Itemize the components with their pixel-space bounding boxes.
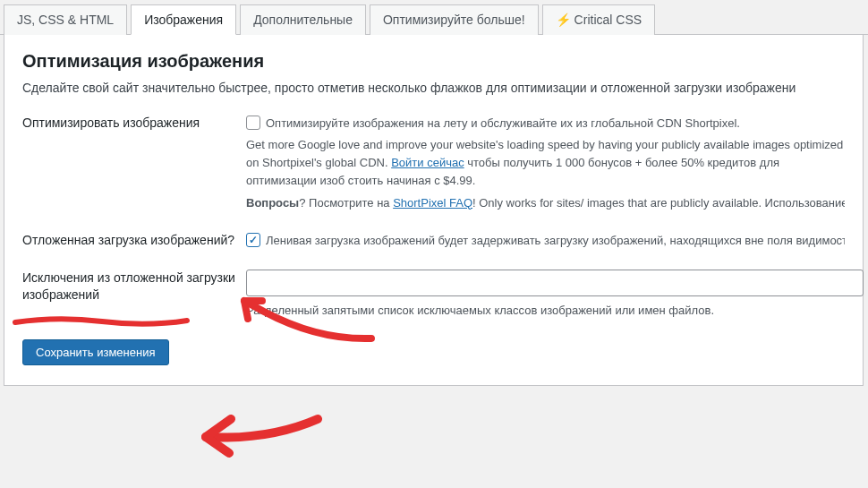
tabs: JS, CSS & HTML Изображения Дополнительны… [0,0,868,35]
exclude-input[interactable] [246,270,864,296]
row-optimize: Оптимизировать изображения Оптимизируйте… [22,115,845,212]
save-button[interactable]: Сохранить изменения [22,339,169,365]
lazy-checkbox[interactable] [246,233,260,247]
annotation-arrow-button [179,403,322,466]
field-optimize: Оптимизируйте изображения на лету и обсл… [246,115,845,212]
questions-after: ! Only works for sites/ images that are … [472,196,845,210]
questions-text: ? Посмотрите на [299,196,393,210]
exclude-help: Разделенный запятыми список исключаемых … [246,302,845,320]
row-lazy: Отложенная загрузка изображений? Ленивая… [22,232,845,250]
label-optimize: Оптимизировать изображения [22,115,246,212]
label-lazy: Отложенная загрузка изображений? [22,232,246,250]
lazy-checkbox-label: Ленивая загрузка изображений будет задер… [266,232,845,250]
save-button-label: Сохранить изменения [36,346,156,359]
lightning-icon: ⚡ [556,13,571,27]
settings-panel: Оптимизация изображения Сделайте свой са… [4,35,864,386]
questions-label: Вопросы [246,196,299,210]
tab-label: Critical CSS [574,13,642,27]
label-exclude: Исключения из отложенной загрузки изобра… [22,270,246,320]
optimize-checkbox[interactable] [246,116,260,130]
tab-label: Дополнительные [253,13,353,27]
field-lazy: Ленивая загрузка изображений будет задер… [246,232,845,250]
row-exclude: Исключения из отложенной загрузки изобра… [22,270,845,320]
submit-row: Сохранить изменения [22,339,845,365]
optimize-desc: Get more Google love and improve your we… [246,136,845,190]
page-title: Оптимизация изображения [22,51,845,72]
field-exclude: Разделенный запятыми список исключаемых … [246,270,845,320]
optimize-checkbox-label: Оптимизируйте изображения на лету и обсл… [266,115,740,133]
tab-extra[interactable]: Дополнительные [240,4,366,35]
login-link[interactable]: Войти сейчас [391,156,464,169]
tab-label: Изображения [144,13,223,27]
tab-critical-css[interactable]: ⚡Critical CSS [542,4,655,35]
faq-link[interactable]: ShortPixel FAQ [393,196,472,210]
tab-more[interactable]: Оптимизируйте больше! [370,4,539,35]
tab-js-css-html[interactable]: JS, CSS & HTML [4,4,127,35]
tab-images[interactable]: Изображения [131,4,236,35]
intro-text: Сделайте свой сайт значительно быстрее, … [22,81,845,95]
tab-label: JS, CSS & HTML [17,13,114,27]
optimize-faq: Вопросы? Посмотрите на ShortPixel FAQ! O… [246,194,845,212]
tab-label: Оптимизируйте больше! [383,13,525,27]
